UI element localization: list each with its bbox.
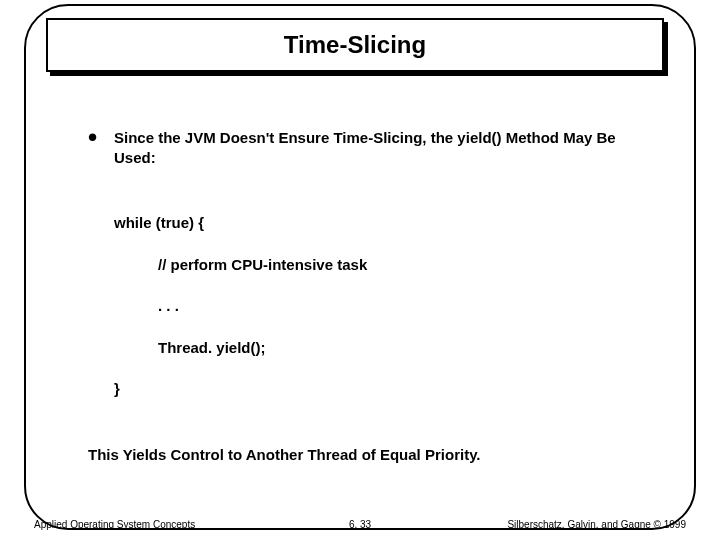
footer-right: Silberschatz, Galvin, and Gagne © 1999 xyxy=(507,519,686,530)
footer-left: Applied Operating System Concepts xyxy=(34,519,195,530)
summary-text: This Yields Control to Another Thread of… xyxy=(88,445,658,465)
code-comment: // perform CPU-intensive task xyxy=(88,255,658,275)
slide-title: Time-Slicing xyxy=(284,31,426,59)
bullet-item: • Since the JVM Doesn't Ensure Time-Slic… xyxy=(88,128,658,167)
code-while: while (true) { xyxy=(88,213,658,233)
content-area: • Since the JVM Doesn't Ensure Time-Slic… xyxy=(88,128,658,464)
code-ellipsis: . . . xyxy=(88,296,658,316)
code-yield: Thread. yield(); xyxy=(88,338,658,358)
bullet-dot-icon: • xyxy=(88,124,97,150)
bullet-text: Since the JVM Doesn't Ensure Time-Slicin… xyxy=(114,129,616,166)
title-box: Time-Slicing xyxy=(46,18,664,72)
code-block: while (true) { // perform CPU-intensive … xyxy=(88,213,658,399)
footer-center: 6. 33 xyxy=(349,519,371,530)
slide: Time-Slicing • Since the JVM Doesn't Ens… xyxy=(0,0,720,540)
code-close: } xyxy=(88,379,658,399)
